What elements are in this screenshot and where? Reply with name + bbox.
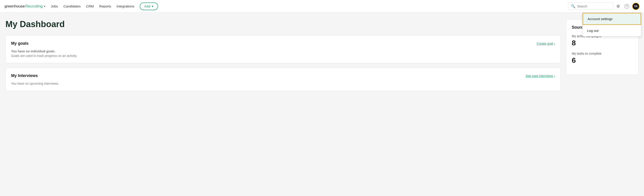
page-title: My Dashboard <box>6 19 561 29</box>
no-upcoming-interviews-text: You have no upcoming interviews. <box>11 82 555 85</box>
add-button[interactable]: Add ▾ <box>140 2 158 10</box>
tasks-label: My tasks to complete <box>572 52 633 55</box>
interviews-card-header: My Interviews See past interviews › <box>11 73 555 78</box>
user-avatar-button[interactable]: YA <box>632 3 640 10</box>
create-goal-link[interactable]: Create goal › <box>537 42 555 45</box>
nav-link-reports[interactable]: Reports <box>99 4 111 8</box>
see-past-interviews-link[interactable]: See past interviews › <box>526 74 555 78</box>
nav-link-integrations[interactable]: Integrations <box>116 4 134 8</box>
search-box[interactable]: 🔍 <box>568 2 613 10</box>
main-content: My Dashboard My goals Create goal › You … <box>0 13 644 102</box>
interviews-card: My Interviews See past interviews › You … <box>6 68 561 91</box>
navbar-right: 🔍 ⚙ ? YA <box>568 2 640 10</box>
logo-recruiting-text: Recruiting <box>25 4 43 8</box>
search-input[interactable] <box>577 4 610 8</box>
user-dropdown-menu: Account settings Log out <box>582 13 641 36</box>
tasks-value: 6 <box>572 56 633 65</box>
tasks-to-complete-section: My tasks to complete 6 <box>572 52 633 65</box>
nav-link-candidates[interactable]: Candidates <box>64 4 80 8</box>
gear-icon: ⚙ <box>616 4 620 9</box>
help-icon: ? <box>624 4 629 8</box>
help-button[interactable]: ? <box>623 3 630 10</box>
logo-chevron-icon: ▾ <box>44 5 45 8</box>
navbar: greenhouse Recruiting ▾ Jobs Candidates … <box>0 0 644 13</box>
navbar-left: greenhouse Recruiting ▾ Jobs Candidates … <box>4 2 568 10</box>
avatar-initials: YA <box>634 5 638 8</box>
goals-no-goals-text: You have no individual goals. <box>11 49 555 53</box>
active-campaigns-value: 8 <box>572 39 633 47</box>
goals-description-text: Goals are used to track progress on an a… <box>11 54 555 58</box>
nav-link-crm[interactable]: CRM <box>86 4 94 8</box>
search-icon: 🔍 <box>571 4 576 8</box>
goals-card-header: My goals Create goal › <box>11 41 555 46</box>
account-settings-item[interactable]: Account settings <box>583 13 641 25</box>
interviews-card-title: My Interviews <box>11 73 38 78</box>
goals-card: My goals Create goal › You have no indiv… <box>6 35 561 63</box>
logo-greenhouse-text: greenhouse <box>4 4 25 8</box>
nav-links: Jobs Candidates CRM Reports Integrations <box>51 4 134 8</box>
goals-card-title: My goals <box>11 41 28 46</box>
left-panel: My Dashboard My goals Create goal › You … <box>6 19 561 96</box>
nav-link-jobs[interactable]: Jobs <box>51 4 58 8</box>
logout-item[interactable]: Log out <box>583 25 641 36</box>
settings-button[interactable]: ⚙ <box>615 2 621 10</box>
logo[interactable]: greenhouse Recruiting ▾ <box>4 4 45 8</box>
